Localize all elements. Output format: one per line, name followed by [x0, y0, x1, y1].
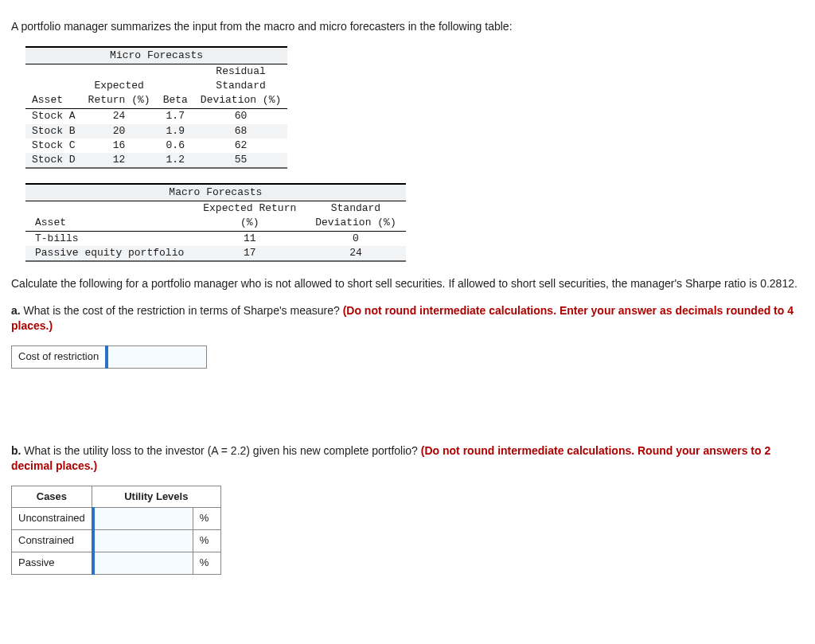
macro-forecasts-table: Macro Forecasts Asset Expected Return (%… [25, 183, 406, 262]
macro-hdr-sd: Standard Deviation (%) [306, 201, 405, 231]
passive-input-cell[interactable] [92, 552, 193, 575]
case-label: Passive [12, 552, 92, 575]
case-label: Constrained [12, 530, 92, 552]
unconstrained-input[interactable] [99, 510, 186, 527]
table-row: T-bills 11 0 [25, 231, 406, 246]
qb-prefix: b. [11, 444, 21, 457]
cases-header: Cases [12, 486, 92, 508]
table-row: Stock B 20 1.9 68 [25, 124, 287, 139]
micro-forecasts-table: Micro Forecasts Asset Expected Return (%… [25, 46, 287, 170]
percent-suffix: % [193, 552, 220, 575]
table-row: Passive % [12, 552, 221, 575]
input-marker-icon [105, 345, 108, 369]
table-row: Stock C 16 0.6 62 [25, 139, 287, 153]
utility-levels-header: Utility Levels [92, 486, 220, 508]
utility-levels-table: Cases Utility Levels Unconstrained % Con… [11, 486, 221, 575]
table-row: Stock A 24 1.7 60 [25, 109, 287, 124]
percent-suffix: % [193, 530, 220, 552]
case-label: Unconstrained [12, 508, 92, 530]
unconstrained-input-cell[interactable] [92, 508, 193, 530]
cost-input[interactable] [112, 349, 200, 365]
input-marker-icon [92, 507, 95, 530]
qb-text: What is the utility loss to the investor… [21, 444, 420, 457]
intro-text: A portfolio manager summarizes the input… [11, 19, 804, 35]
micro-title: Micro Forecasts [25, 47, 287, 64]
macro-hdr-asset: Asset [25, 201, 193, 231]
micro-hdr-residual: Residual Standard Deviation (%) [194, 64, 287, 109]
cost-label: Cost of restriction [12, 345, 106, 368]
passive-input[interactable] [99, 555, 186, 572]
table-row: Stock D 12 1.2 55 [25, 153, 287, 168]
percent-suffix: % [193, 508, 220, 530]
calc-text: Calculate the following for a portfolio … [11, 276, 804, 292]
macro-title: Macro Forecasts [25, 184, 406, 201]
input-marker-icon [92, 552, 95, 575]
constrained-input[interactable] [99, 533, 186, 549]
macro-hdr-expected: Expected Return (%) [193, 201, 306, 231]
table-row: Constrained % [12, 530, 221, 552]
constrained-input-cell[interactable] [92, 530, 193, 552]
qa-prefix: a. [11, 304, 21, 317]
question-a: a. What is the cost of the restriction i… [11, 303, 804, 334]
input-marker-icon [92, 529, 95, 552]
question-b: b. What is the utility loss to the inves… [11, 443, 804, 474]
micro-hdr-asset: Asset [25, 64, 82, 109]
cost-restriction-table: Cost of restriction [11, 345, 207, 369]
qa-text: What is the cost of the restriction in t… [21, 304, 343, 317]
table-row: Unconstrained % [12, 508, 221, 530]
micro-hdr-expected: Expected Return (%) [82, 64, 157, 109]
cost-input-cell[interactable] [106, 345, 207, 368]
table-row: Passive equity portfolio 17 24 [25, 246, 406, 261]
micro-hdr-beta: Beta [157, 64, 194, 109]
